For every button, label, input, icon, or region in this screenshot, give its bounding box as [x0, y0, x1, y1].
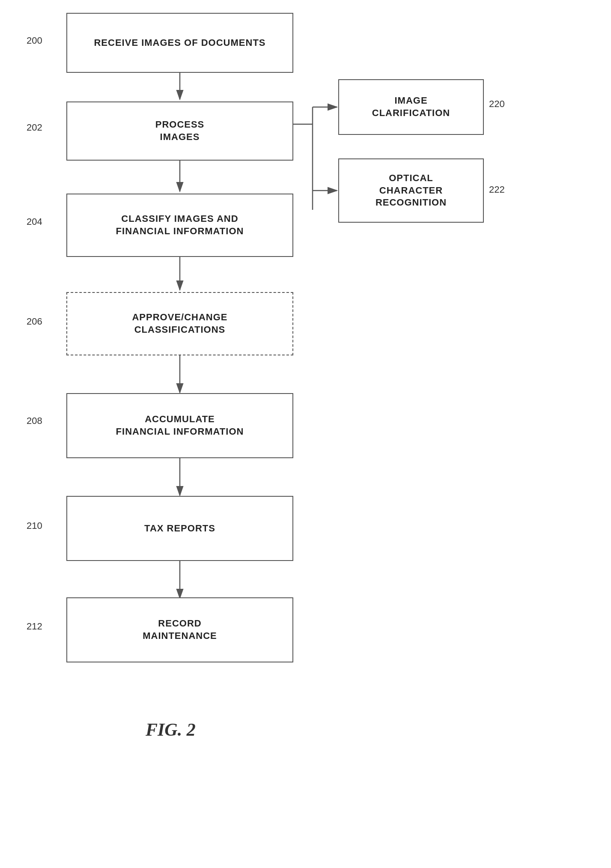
- box-classify: CLASSIFY IMAGES ANDFINANCIAL INFORMATION: [66, 194, 293, 257]
- label-210: 210: [27, 520, 42, 531]
- box-image-clarification: IMAGECLARIFICATION: [338, 79, 484, 135]
- figure-caption: FIG. 2: [146, 719, 196, 740]
- box-tax-reports: TAX REPORTS: [66, 496, 293, 561]
- box-receive-images-label: RECEIVE IMAGES OF DOCUMENTS: [94, 37, 265, 49]
- label-202: 202: [27, 122, 42, 133]
- label-220: 220: [489, 98, 505, 110]
- label-208: 208: [27, 415, 42, 427]
- box-process-images-label: PROCESSIMAGES: [155, 119, 205, 143]
- label-206: 206: [27, 316, 42, 327]
- box-ocr: OPTICALCHARACTERRECOGNITION: [338, 158, 484, 223]
- box-approve-change: APPROVE/CHANGECLASSIFICATIONS: [66, 292, 293, 355]
- box-record-maintenance-label: RECORDMAINTENANCE: [143, 617, 217, 642]
- box-ocr-label: OPTICALCHARACTERRECOGNITION: [376, 172, 447, 209]
- label-200: 200: [27, 35, 42, 46]
- box-classify-label: CLASSIFY IMAGES ANDFINANCIAL INFORMATION: [116, 213, 244, 237]
- diagram-container: RECEIVE IMAGES OF DOCUMENTS 200 PROCESSI…: [0, 0, 611, 868]
- box-receive-images: RECEIVE IMAGES OF DOCUMENTS: [66, 13, 293, 73]
- label-204: 204: [27, 216, 42, 227]
- box-accumulate: ACCUMULATEFINANCIAL INFORMATION: [66, 393, 293, 458]
- box-tax-reports-label: TAX REPORTS: [144, 522, 215, 535]
- box-accumulate-label: ACCUMULATEFINANCIAL INFORMATION: [116, 413, 244, 438]
- box-process-images: PROCESSIMAGES: [66, 101, 293, 161]
- box-image-clarification-label: IMAGECLARIFICATION: [372, 95, 450, 119]
- box-record-maintenance: RECORDMAINTENANCE: [66, 597, 293, 662]
- label-222: 222: [489, 184, 505, 195]
- box-approve-change-label: APPROVE/CHANGECLASSIFICATIONS: [132, 311, 227, 336]
- label-212: 212: [27, 621, 42, 632]
